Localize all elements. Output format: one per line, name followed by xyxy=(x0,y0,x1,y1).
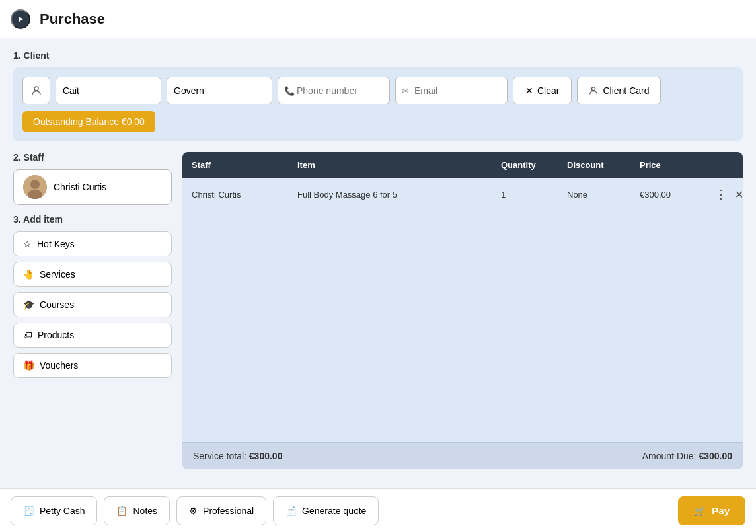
right-column: Staff Item Quantity Discount Price Chris… xyxy=(182,152,743,469)
col-discount: Discount xyxy=(558,152,630,178)
first-name-input[interactable] xyxy=(56,77,161,104)
svg-point-4 xyxy=(30,180,40,189)
generate-quote-button[interactable]: 📄 Generate quote xyxy=(273,496,379,525)
col-price: Price xyxy=(630,152,703,178)
email-input-wrapper: ✉ xyxy=(395,77,508,104)
row-quantity: 1 xyxy=(492,178,558,211)
col-staff: Staff xyxy=(182,152,288,178)
petty-cash-label: Petty Cash xyxy=(40,506,85,516)
notes-button[interactable]: 📋 Notes xyxy=(104,496,170,525)
table-row: Christi Curtis Full Body Massage 6 for 5… xyxy=(182,178,743,211)
col-actions xyxy=(703,152,743,178)
service-total-value: €300.00 xyxy=(249,451,283,461)
notes-label: Notes xyxy=(133,506,157,516)
professional-button[interactable]: ⚙ Professional xyxy=(176,496,266,525)
email-input[interactable] xyxy=(395,77,508,104)
products-label: Products xyxy=(38,330,74,340)
svg-point-2 xyxy=(592,87,595,91)
courses-button[interactable]: 🎓 Courses xyxy=(13,292,172,317)
service-total-text: Service total: €300.00 xyxy=(193,451,282,461)
notes-icon: 📋 xyxy=(116,506,128,516)
last-name-input[interactable] xyxy=(167,77,272,104)
main-content: 1. Client 📞 ✉ ✕ Clear Client Card xyxy=(0,38,756,488)
professional-label: Professional xyxy=(203,506,254,516)
client-inputs-row: 📞 ✉ ✕ Clear Client Card xyxy=(22,77,734,104)
hot-keys-button[interactable]: ☆ Hot Keys xyxy=(13,231,172,256)
products-button[interactable]: 🏷 Products xyxy=(13,323,172,348)
hot-keys-label: Hot Keys xyxy=(37,239,75,249)
table-body: Christi Curtis Full Body Massage 6 for 5… xyxy=(182,178,743,442)
service-total-label: Service total: xyxy=(193,451,246,461)
client-card-label: Client Card xyxy=(603,85,649,96)
client-section: 📞 ✉ ✕ Clear Client Card Outstanding Bala… xyxy=(13,67,743,141)
left-column: 2. Staff Christi Curtis 3. Add item ☆ Ho… xyxy=(13,152,172,469)
generate-quote-label: Generate quote xyxy=(302,506,366,516)
services-label: Services xyxy=(40,269,75,280)
vouchers-button[interactable]: 🎁 Vouchers xyxy=(13,353,172,378)
professional-icon: ⚙ xyxy=(189,506,198,516)
staff-section-label: 2. Staff xyxy=(13,152,172,163)
staff-avatar xyxy=(23,175,47,199)
add-item-section: 3. Add item ☆ Hot Keys 🤚 Services 🎓 Cour… xyxy=(13,214,172,378)
row-actions: ⋮ ✕ xyxy=(712,186,743,203)
vouchers-label: Vouchers xyxy=(40,360,78,371)
phone-input-wrapper: 📞 xyxy=(278,77,390,104)
svg-point-1 xyxy=(34,87,38,91)
service-total-bar: Service total: €300.00 Amount Due: €300.… xyxy=(182,442,743,469)
outstanding-balance-button[interactable]: Outstanding Balance €0.00 xyxy=(22,111,155,132)
services-button[interactable]: 🤚 Services xyxy=(13,262,172,287)
svg-marker-0 xyxy=(19,17,23,22)
row-actions-cell: ⋮ ✕ xyxy=(703,178,743,211)
table-header: Staff Item Quantity Discount Price xyxy=(182,152,743,178)
add-item-section-label: 3. Add item xyxy=(13,214,172,225)
email-icon: ✉ xyxy=(402,86,409,96)
tag-icon: 🏷 xyxy=(23,330,32,340)
clear-button[interactable]: ✕ Clear xyxy=(513,77,572,104)
client-icon-button[interactable] xyxy=(22,77,50,104)
row-price: €300.00 xyxy=(630,178,703,211)
phone-icon: 📞 xyxy=(284,86,295,96)
amount-due-label: Amount Due: xyxy=(642,451,697,461)
gift-icon: 🎁 xyxy=(23,360,34,371)
petty-cash-button[interactable]: 🧾 Petty Cash xyxy=(11,496,97,525)
clear-x-icon: ✕ xyxy=(525,85,533,96)
page-title: Purchase xyxy=(40,11,105,28)
row-discount: None xyxy=(558,178,630,211)
col-quantity: Quantity xyxy=(492,152,558,178)
row-remove-button[interactable]: ✕ xyxy=(735,188,743,201)
graduation-icon: 🎓 xyxy=(23,299,34,310)
amount-due-text: Amount Due: €300.00 xyxy=(642,451,732,461)
generate-quote-icon: 📄 xyxy=(285,506,297,516)
footer: 🧾 Petty Cash 📋 Notes ⚙ Professional 📄 Ge… xyxy=(0,488,756,532)
toggle-sidebar-button[interactable] xyxy=(11,9,30,29)
row-more-button[interactable]: ⋮ xyxy=(712,186,730,203)
row-item: Full Body Massage 6 for 5 xyxy=(288,178,492,211)
staff-select-button[interactable]: Christi Curtis xyxy=(13,169,172,205)
pay-button[interactable]: 🛒 Pay xyxy=(678,496,745,525)
items-table: Staff Item Quantity Discount Price Chris… xyxy=(182,152,743,469)
two-col-layout: 2. Staff Christi Curtis 3. Add item ☆ Ho… xyxy=(13,152,743,469)
staff-section: 2. Staff Christi Curtis xyxy=(13,152,172,205)
petty-cash-icon: 🧾 xyxy=(23,506,34,516)
table-wrapper: Staff Item Quantity Discount Price Chris… xyxy=(182,152,743,469)
hand-icon: 🤚 xyxy=(23,269,34,280)
col-item: Item xyxy=(288,152,492,178)
star-icon: ☆ xyxy=(23,239,32,249)
staff-name: Christi Curtis xyxy=(54,182,106,192)
row-staff: Christi Curtis xyxy=(182,178,288,211)
client-card-button[interactable]: Client Card xyxy=(577,77,660,104)
clear-label: Clear xyxy=(537,85,559,96)
header: Purchase xyxy=(0,0,756,38)
courses-label: Courses xyxy=(40,299,74,310)
amount-due-value: €300.00 xyxy=(699,451,732,461)
cart-icon: 🛒 xyxy=(694,505,706,517)
client-section-label: 1. Client xyxy=(13,50,743,61)
pay-label: Pay xyxy=(712,505,730,516)
